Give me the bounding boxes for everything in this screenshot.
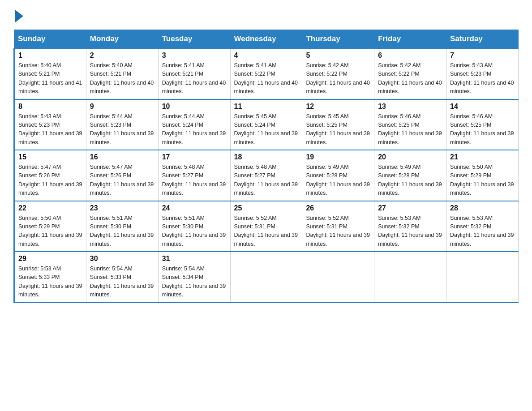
day-info: Sunrise: 5:53 AMSunset: 5:32 PMDaylight:… xyxy=(450,214,515,249)
day-number: 14 xyxy=(450,103,515,111)
day-info: Sunrise: 5:54 AMSunset: 5:33 PMDaylight:… xyxy=(90,265,154,300)
day-number: 15 xyxy=(18,153,82,161)
day-info: Sunrise: 5:40 AMSunset: 5:21 PMDaylight:… xyxy=(90,61,154,96)
calendar-cell: 25Sunrise: 5:52 AMSunset: 5:31 PMDayligh… xyxy=(230,201,302,252)
logo xyxy=(13,9,23,21)
day-info: Sunrise: 5:50 AMSunset: 5:29 PMDaylight:… xyxy=(18,214,82,249)
calendar-cell: 10Sunrise: 5:44 AMSunset: 5:24 PMDayligh… xyxy=(158,99,230,150)
day-number: 30 xyxy=(90,255,154,263)
day-info: Sunrise: 5:49 AMSunset: 5:28 PMDaylight:… xyxy=(378,163,442,198)
calendar-cell: 5Sunrise: 5:42 AMSunset: 5:22 PMDaylight… xyxy=(302,48,374,99)
col-header-sunday: Sunday xyxy=(14,30,86,49)
day-info: Sunrise: 5:53 AMSunset: 5:32 PMDaylight:… xyxy=(378,214,442,249)
calendar-cell: 15Sunrise: 5:47 AMSunset: 5:26 PMDayligh… xyxy=(14,150,86,201)
day-number: 22 xyxy=(18,204,82,212)
day-number: 5 xyxy=(306,51,370,60)
day-number: 19 xyxy=(306,153,370,161)
calendar-week-row: 22Sunrise: 5:50 AMSunset: 5:29 PMDayligh… xyxy=(14,201,519,252)
day-number: 7 xyxy=(450,51,515,60)
calendar-cell: 24Sunrise: 5:51 AMSunset: 5:30 PMDayligh… xyxy=(158,201,230,252)
calendar-cell: 13Sunrise: 5:46 AMSunset: 5:25 PMDayligh… xyxy=(374,99,446,150)
col-header-monday: Monday xyxy=(86,30,158,49)
day-info: Sunrise: 5:41 AMSunset: 5:21 PMDaylight:… xyxy=(162,61,227,96)
day-info: Sunrise: 5:52 AMSunset: 5:31 PMDaylight:… xyxy=(306,214,370,249)
calendar-cell: 6Sunrise: 5:42 AMSunset: 5:22 PMDaylight… xyxy=(374,48,446,99)
day-info: Sunrise: 5:42 AMSunset: 5:22 PMDaylight:… xyxy=(306,61,370,96)
calendar-cell: 20Sunrise: 5:49 AMSunset: 5:28 PMDayligh… xyxy=(374,150,446,201)
day-info: Sunrise: 5:42 AMSunset: 5:22 PMDaylight:… xyxy=(378,61,442,96)
col-header-wednesday: Wednesday xyxy=(230,30,302,49)
day-number: 21 xyxy=(450,153,515,161)
calendar-cell: 16Sunrise: 5:47 AMSunset: 5:26 PMDayligh… xyxy=(86,150,158,201)
day-number: 26 xyxy=(306,204,370,212)
calendar-cell: 11Sunrise: 5:45 AMSunset: 5:24 PMDayligh… xyxy=(230,99,302,150)
day-number: 12 xyxy=(306,103,370,111)
calendar-week-row: 1Sunrise: 5:40 AMSunset: 5:21 PMDaylight… xyxy=(14,48,519,99)
calendar-week-row: 29Sunrise: 5:53 AMSunset: 5:33 PMDayligh… xyxy=(14,252,519,303)
calendar-cell xyxy=(302,252,374,303)
day-info: Sunrise: 5:45 AMSunset: 5:24 PMDaylight:… xyxy=(234,112,299,147)
calendar-cell: 29Sunrise: 5:53 AMSunset: 5:33 PMDayligh… xyxy=(14,252,86,303)
day-number: 10 xyxy=(162,103,227,111)
calendar-cell: 22Sunrise: 5:50 AMSunset: 5:29 PMDayligh… xyxy=(14,201,86,252)
calendar-week-row: 15Sunrise: 5:47 AMSunset: 5:26 PMDayligh… xyxy=(14,150,519,201)
day-number: 28 xyxy=(450,204,515,212)
day-info: Sunrise: 5:40 AMSunset: 5:21 PMDaylight:… xyxy=(18,61,82,96)
day-number: 16 xyxy=(90,153,154,161)
day-info: Sunrise: 5:41 AMSunset: 5:22 PMDaylight:… xyxy=(234,61,299,96)
calendar-cell: 14Sunrise: 5:46 AMSunset: 5:25 PMDayligh… xyxy=(446,99,519,150)
calendar-cell: 2Sunrise: 5:40 AMSunset: 5:21 PMDaylight… xyxy=(86,48,158,99)
calendar-week-row: 8Sunrise: 5:43 AMSunset: 5:23 PMDaylight… xyxy=(14,99,519,150)
calendar-cell: 26Sunrise: 5:52 AMSunset: 5:31 PMDayligh… xyxy=(302,201,374,252)
day-number: 4 xyxy=(234,51,299,60)
calendar-cell: 7Sunrise: 5:43 AMSunset: 5:23 PMDaylight… xyxy=(446,48,519,99)
day-info: Sunrise: 5:47 AMSunset: 5:26 PMDaylight:… xyxy=(18,163,82,198)
day-info: Sunrise: 5:48 AMSunset: 5:27 PMDaylight:… xyxy=(162,163,227,198)
day-info: Sunrise: 5:51 AMSunset: 5:30 PMDaylight:… xyxy=(90,214,154,249)
col-header-saturday: Saturday xyxy=(446,30,519,49)
day-number: 29 xyxy=(18,255,82,263)
day-number: 11 xyxy=(234,103,299,111)
calendar-cell: 3Sunrise: 5:41 AMSunset: 5:21 PMDaylight… xyxy=(158,48,230,99)
calendar-cell: 27Sunrise: 5:53 AMSunset: 5:32 PMDayligh… xyxy=(374,201,446,252)
col-header-tuesday: Tuesday xyxy=(158,30,230,49)
day-info: Sunrise: 5:49 AMSunset: 5:28 PMDaylight:… xyxy=(306,163,370,198)
day-number: 24 xyxy=(162,204,227,212)
day-info: Sunrise: 5:43 AMSunset: 5:23 PMDaylight:… xyxy=(18,112,82,147)
col-header-thursday: Thursday xyxy=(302,30,374,49)
day-info: Sunrise: 5:46 AMSunset: 5:25 PMDaylight:… xyxy=(450,112,515,147)
calendar-cell: 4Sunrise: 5:41 AMSunset: 5:22 PMDaylight… xyxy=(230,48,302,99)
day-info: Sunrise: 5:54 AMSunset: 5:34 PMDaylight:… xyxy=(162,265,227,300)
day-info: Sunrise: 5:43 AMSunset: 5:23 PMDaylight:… xyxy=(450,61,515,96)
page-header xyxy=(13,9,519,21)
calendar-table: SundayMondayTuesdayWednesdayThursdayFrid… xyxy=(13,30,519,303)
day-number: 13 xyxy=(378,103,442,111)
day-number: 23 xyxy=(90,204,154,212)
day-info: Sunrise: 5:50 AMSunset: 5:29 PMDaylight:… xyxy=(450,163,515,198)
calendar-cell: 28Sunrise: 5:53 AMSunset: 5:32 PMDayligh… xyxy=(446,201,519,252)
day-info: Sunrise: 5:44 AMSunset: 5:23 PMDaylight:… xyxy=(90,112,154,147)
calendar-cell xyxy=(374,252,446,303)
day-number: 20 xyxy=(378,153,442,161)
day-number: 2 xyxy=(90,51,154,60)
calendar-cell: 17Sunrise: 5:48 AMSunset: 5:27 PMDayligh… xyxy=(158,150,230,201)
day-number: 1 xyxy=(18,51,82,60)
day-number: 9 xyxy=(90,103,154,111)
calendar-cell: 31Sunrise: 5:54 AMSunset: 5:34 PMDayligh… xyxy=(158,252,230,303)
day-info: Sunrise: 5:52 AMSunset: 5:31 PMDaylight:… xyxy=(234,214,299,249)
day-info: Sunrise: 5:48 AMSunset: 5:27 PMDaylight:… xyxy=(234,163,299,198)
calendar-cell: 12Sunrise: 5:45 AMSunset: 5:25 PMDayligh… xyxy=(302,99,374,150)
day-info: Sunrise: 5:46 AMSunset: 5:25 PMDaylight:… xyxy=(378,112,442,147)
calendar-cell: 8Sunrise: 5:43 AMSunset: 5:23 PMDaylight… xyxy=(14,99,86,150)
calendar-cell: 18Sunrise: 5:48 AMSunset: 5:27 PMDayligh… xyxy=(230,150,302,201)
calendar-cell xyxy=(230,252,302,303)
day-number: 31 xyxy=(162,255,227,263)
calendar-cell: 19Sunrise: 5:49 AMSunset: 5:28 PMDayligh… xyxy=(302,150,374,201)
calendar-cell xyxy=(446,252,519,303)
day-info: Sunrise: 5:51 AMSunset: 5:30 PMDaylight:… xyxy=(162,214,227,249)
day-number: 17 xyxy=(162,153,227,161)
day-info: Sunrise: 5:44 AMSunset: 5:24 PMDaylight:… xyxy=(162,112,227,147)
day-number: 8 xyxy=(18,103,82,111)
day-number: 25 xyxy=(234,204,299,212)
calendar-cell: 30Sunrise: 5:54 AMSunset: 5:33 PMDayligh… xyxy=(86,252,158,303)
